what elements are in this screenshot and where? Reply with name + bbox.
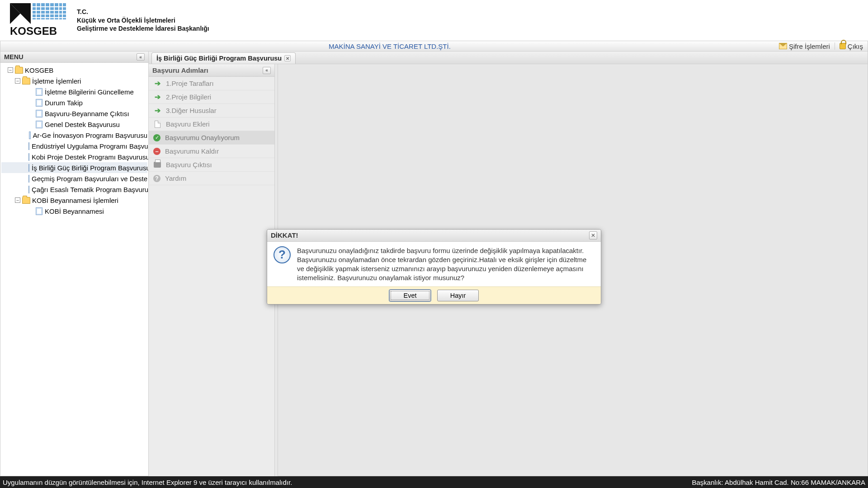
dialog-actions: Evet Hayır xyxy=(267,286,601,304)
dialog-message: Başvurunuzu onayladığınız takdirde başvu… xyxy=(297,246,594,283)
dialog-yes-button[interactable]: Evet xyxy=(389,290,431,301)
dialog-mask: DİKKAT! ✕ ? Başvurunuzu onayladığınız ta… xyxy=(0,0,868,488)
dialog-titlebar: DİKKAT! ✕ xyxy=(267,230,601,242)
dialog-title-text: DİKKAT! xyxy=(271,231,298,239)
dialog-body: ? Başvurunuzu onayladığınız takdirde baş… xyxy=(267,242,601,286)
question-icon: ? xyxy=(274,246,291,263)
dialog-close-icon[interactable]: ✕ xyxy=(589,231,597,239)
confirm-dialog: DİKKAT! ✕ ? Başvurunuzu onayladığınız ta… xyxy=(267,229,601,305)
dialog-no-button[interactable]: Hayır xyxy=(437,290,479,301)
